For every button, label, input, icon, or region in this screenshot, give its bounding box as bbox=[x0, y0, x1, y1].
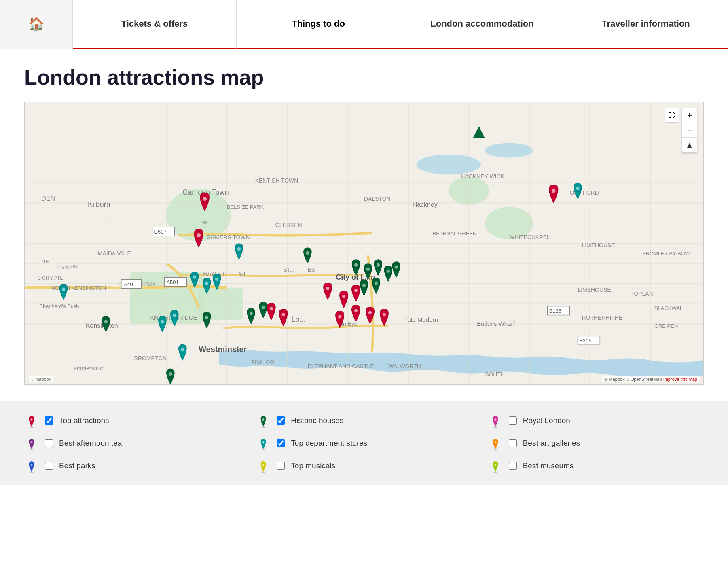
svg-point-93 bbox=[338, 315, 341, 318]
legend-checkbox-historic-houses[interactable] bbox=[277, 416, 285, 425]
legend-label-dept-stores: Top department stores bbox=[291, 439, 367, 448]
svg-text:ELEPHANT AND CASTLE: ELEPHANT AND CASTLE bbox=[307, 363, 374, 370]
svg-text:BETHNAL GREEN: BETHNAL GREEN bbox=[433, 230, 477, 236]
legend-label-historic-houses: Historic houses bbox=[291, 416, 343, 425]
svg-text:SOUTH: SOUTH bbox=[485, 371, 505, 378]
nav-tickets-label: Tickets & offers bbox=[121, 19, 188, 29]
svg-point-119 bbox=[362, 284, 366, 287]
legend-checkbox-top-musicals[interactable] bbox=[277, 462, 285, 470]
legend-checkbox-afternoon-tea[interactable] bbox=[45, 439, 53, 447]
svg-point-1 bbox=[417, 155, 481, 175]
svg-text:DEN: DEN bbox=[41, 195, 55, 202]
svg-text:ammersmith: ammersmith bbox=[74, 365, 105, 372]
navigation: 🏠 Tickets & offers Things to do London a… bbox=[0, 0, 728, 49]
compass-button[interactable]: ▲ bbox=[682, 138, 697, 152]
svg-text:WHITECHAPEL: WHITECHAPEL bbox=[509, 234, 550, 240]
legend-pin-royal-london bbox=[488, 413, 503, 428]
fullscreen-button[interactable]: ⛶ bbox=[665, 108, 679, 123]
svg-point-157 bbox=[262, 418, 265, 421]
legend-label-art-galleries: Best art galleries bbox=[523, 439, 580, 448]
nav-things-to-do[interactable]: Things to do bbox=[237, 0, 400, 49]
svg-text:LIMEHOUSE: LIMEHOUSE bbox=[582, 242, 615, 249]
legend-checkbox-best-museums[interactable] bbox=[509, 462, 517, 470]
svg-point-2 bbox=[485, 143, 533, 158]
legend-label-top-musicals: Top musicals bbox=[291, 461, 335, 470]
svg-text:B205: B205 bbox=[579, 338, 591, 344]
zoom-in-button[interactable]: + bbox=[682, 108, 697, 123]
svg-text:B126: B126 bbox=[549, 308, 561, 314]
svg-text:GRE PEN: GRE PEN bbox=[654, 323, 678, 329]
legend-item-historic-houses: Historic houses bbox=[256, 413, 472, 428]
legend-checkbox-top-attractions[interactable] bbox=[45, 416, 53, 425]
svg-text:ST...: ST... bbox=[284, 266, 295, 273]
improve-map-link[interactable]: Improve this map bbox=[663, 377, 697, 382]
legend-checkbox-best-parks[interactable] bbox=[45, 462, 53, 470]
svg-text:WALWORTH: WALWORTH bbox=[388, 363, 421, 370]
svg-point-85 bbox=[197, 233, 201, 237]
nav-things-label: Things to do bbox=[292, 19, 345, 29]
svg-text:BROMPTON: BROMPTON bbox=[134, 355, 167, 361]
legend-pin-art-galleries bbox=[488, 436, 503, 450]
svg-point-149 bbox=[161, 320, 164, 323]
svg-text:SOMERS TOWN: SOMERS TOWN bbox=[207, 234, 250, 240]
legend-label-royal-london: Royal London bbox=[523, 416, 570, 425]
nav-accommodation[interactable]: London accommodation bbox=[400, 0, 564, 49]
svg-point-166 bbox=[262, 441, 265, 443]
svg-text:A40: A40 bbox=[124, 281, 133, 287]
legend-checkbox-dept-stores[interactable] bbox=[277, 439, 285, 447]
svg-point-141 bbox=[237, 247, 241, 251]
svg-point-178 bbox=[494, 464, 496, 466]
svg-text:ROTHERHITHE: ROTHERHITHE bbox=[582, 314, 622, 321]
page-content: London attractions map bbox=[0, 49, 728, 401]
legend-checkbox-royal-london[interactable] bbox=[509, 416, 517, 425]
svg-point-172 bbox=[30, 464, 32, 466]
legend-item-top-musicals: Top musicals bbox=[256, 459, 472, 473]
legend-item-royal-london: Royal London bbox=[488, 413, 704, 428]
legend-item-dept-stores: Top department stores bbox=[256, 436, 472, 450]
legend-item-top-attractions: Top attractions bbox=[24, 413, 240, 428]
svg-point-99 bbox=[383, 313, 386, 316]
svg-point-160 bbox=[494, 418, 496, 421]
nav-accommodation-label: London accommodation bbox=[430, 19, 533, 29]
svg-text:PIMLICO: PIMLICO bbox=[251, 359, 275, 365]
nav-tickets[interactable]: Tickets & offers bbox=[73, 0, 237, 49]
svg-text:C CITY ATE: C CITY ATE bbox=[37, 275, 63, 281]
legend-checkbox-art-galleries[interactable] bbox=[509, 439, 517, 447]
svg-point-117 bbox=[395, 266, 398, 269]
legend-item-best-parks: Best parks bbox=[24, 459, 240, 473]
svg-text:BLACKWAL: BLACKWAL bbox=[654, 305, 683, 311]
svg-point-109 bbox=[354, 263, 358, 267]
map-svg: DEN Kilburn Camden Town KENTISH TOWN DAL… bbox=[25, 102, 703, 384]
svg-point-103 bbox=[282, 313, 285, 316]
svg-point-105 bbox=[552, 189, 556, 193]
legend-pin-historic-houses bbox=[256, 413, 271, 428]
nav-home[interactable]: 🏠 bbox=[0, 0, 73, 49]
svg-text:B507: B507 bbox=[154, 229, 166, 235]
svg-text:BELSIZE PARK: BELSIZE PARK bbox=[227, 204, 264, 210]
svg-text:Westminster: Westminster bbox=[199, 345, 247, 354]
mapbox-logo: © mapbox bbox=[29, 376, 53, 382]
svg-point-154 bbox=[30, 418, 32, 421]
svg-point-123 bbox=[205, 316, 208, 319]
nav-traveller[interactable]: Traveller information bbox=[564, 0, 728, 49]
svg-point-135 bbox=[193, 276, 196, 279]
legend-item-art-galleries: Best art galleries bbox=[488, 436, 704, 450]
svg-point-107 bbox=[306, 251, 309, 255]
map-attribution: © Mapbox © OpenStreetMap Improve this ma… bbox=[602, 376, 699, 382]
legend-pin-best-parks bbox=[24, 459, 39, 473]
svg-point-151 bbox=[173, 314, 176, 317]
legend-pin-top-attractions bbox=[24, 413, 39, 428]
svg-point-113 bbox=[377, 263, 380, 267]
svg-text:Butler's Wharf: Butler's Wharf bbox=[477, 320, 515, 327]
map-container[interactable]: DEN Kilburn Camden Town KENTISH TOWN DAL… bbox=[24, 102, 704, 385]
zoom-out-button[interactable]: − bbox=[682, 123, 697, 138]
svg-text:BROMLEY-BY-BOW: BROMLEY-BY-BOW bbox=[642, 251, 690, 257]
svg-point-133 bbox=[169, 372, 172, 376]
svg-text:LIMEHOUSE: LIMEHOUSE bbox=[578, 287, 611, 293]
svg-point-145 bbox=[576, 187, 579, 190]
legend-pin-afternoon-tea bbox=[24, 436, 39, 450]
svg-text:Tate Modern: Tate Modern bbox=[404, 316, 438, 323]
legend-pin-best-museums bbox=[488, 459, 503, 473]
legend-pin-top-musicals bbox=[256, 459, 271, 473]
svg-text:A501: A501 bbox=[166, 279, 178, 285]
